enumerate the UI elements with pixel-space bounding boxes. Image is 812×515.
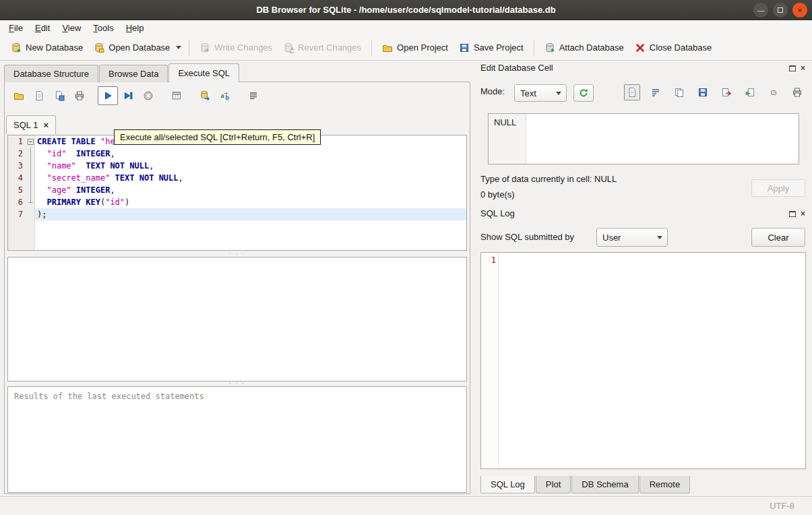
new-database-button[interactable]: New Database (5, 39, 88, 57)
import-cell-button[interactable] (742, 84, 758, 100)
cell-value-editor[interactable]: NULL (488, 113, 799, 164)
code-text: ); (35, 208, 466, 220)
close-database-button[interactable]: Close Database (629, 39, 718, 57)
open-database-dropdown[interactable] (175, 42, 184, 53)
null-cell-button[interactable] (766, 84, 782, 100)
splitter-handle[interactable]: · · · (7, 381, 467, 386)
text-view-button[interactable] (624, 84, 640, 100)
close-dock-icon[interactable]: × (801, 64, 805, 72)
export-cell-button[interactable] (718, 84, 735, 100)
main-toolbar: New Database Open Database Write Changes (0, 35, 812, 61)
sql-editor-tab[interactable]: SQL 1 × (6, 115, 56, 134)
results-message-panel[interactable]: Results of the last executed statements (7, 386, 467, 493)
execute-line-button[interactable] (118, 86, 138, 105)
log-filter-select[interactable]: User (596, 228, 668, 247)
code-line[interactable]: 4 "secret_name" TEXT NOT NULL, (8, 172, 466, 184)
save-sql-as-button[interactable] (49, 86, 69, 105)
attach-database-button[interactable]: Attach Database (539, 39, 629, 57)
dock-tab-sql-log[interactable]: SQL Log (480, 476, 535, 493)
mode-value: Text (520, 88, 536, 98)
mode-select[interactable]: Text (514, 84, 567, 102)
refresh-cell-button[interactable] (573, 84, 594, 102)
sql-log-title: SQL Log (480, 208, 515, 218)
execute-all-icon (102, 90, 113, 101)
copy-cell-button[interactable] (671, 84, 687, 100)
dock-tab-remote[interactable]: Remote (639, 476, 691, 493)
write-changes-button[interactable]: Write Changes (194, 39, 278, 57)
main-area: Database Structure Browse Data Execute S… (0, 61, 475, 496)
window-controls: — × (753, 3, 807, 18)
word-wrap-button[interactable] (648, 84, 664, 100)
write-changes-icon (199, 42, 210, 53)
sql-log-header: SQL Log × (475, 206, 809, 222)
stop-button[interactable] (138, 86, 158, 105)
status-bar: UTF-8 (0, 496, 812, 515)
titlebar[interactable]: DB Browser for SQLite - /home/user/code/… (0, 0, 812, 20)
open-sql-file-button[interactable] (9, 86, 29, 105)
format-sql-button[interactable] (243, 86, 263, 105)
export-results-button[interactable] (195, 86, 215, 105)
results-grid[interactable] (7, 257, 467, 382)
print-sql-button[interactable] (69, 86, 90, 105)
sql-log-view[interactable]: 1 (480, 252, 806, 469)
fold-column (26, 148, 35, 160)
open-database-button[interactable]: Open Database (88, 39, 175, 57)
code-line[interactable]: 6 PRIMARY KEY("id") (8, 196, 466, 208)
code-line[interactable]: 2 "id" INTEGER, (8, 148, 466, 160)
apply-button[interactable]: Apply (751, 179, 805, 197)
float-dock-icon[interactable] (789, 211, 796, 217)
line-number: 3 (8, 160, 26, 172)
copy-cell-icon (674, 87, 685, 98)
tab-browse-data[interactable]: Browse Data (99, 65, 168, 82)
sql-tab-label: SQL 1 (13, 120, 38, 130)
fold-column (26, 160, 35, 172)
dock-tab-plot[interactable]: Plot (536, 476, 571, 493)
save-project-button[interactable]: Save Project (454, 39, 529, 57)
tab-database-structure[interactable]: Database Structure (4, 65, 98, 82)
sql-log-controls: Show SQL submitted by User Clear (475, 226, 812, 248)
code-line[interactable]: 5 "age" INTEGER, (8, 184, 466, 196)
save-results-button[interactable] (166, 86, 187, 105)
menu-file[interactable]: File (3, 22, 29, 34)
execute-all-button[interactable] (98, 86, 118, 105)
tab-execute-sql[interactable]: Execute SQL (168, 63, 239, 82)
code-line[interactable]: 7); (8, 208, 466, 220)
fold-column (26, 172, 35, 184)
float-dock-icon[interactable] (789, 65, 796, 71)
cell-type-info: Type of data currently in cell: NULL (480, 174, 617, 184)
menu-help[interactable]: Help (120, 22, 150, 34)
dock-tab-db-schema[interactable]: DB Schema (571, 476, 638, 493)
code-text: "secret_name" TEXT NOT NULL, (35, 172, 466, 184)
save-cell-button[interactable] (695, 84, 711, 100)
export-results-icon (199, 90, 210, 101)
autocomplete-button[interactable]: a b (215, 86, 235, 105)
mode-label: Mode: (480, 86, 505, 96)
autocomplete-icon: a b (220, 90, 230, 101)
close-dock-icon[interactable]: × (801, 210, 805, 218)
minimize-icon[interactable]: — (753, 3, 768, 18)
splitter-handle[interactable]: · · · (7, 251, 467, 256)
sql-editor[interactable]: 1CREATE TABLE "hero" (2 "id" INTEGER,3 "… (7, 135, 467, 251)
clear-log-button[interactable]: Clear (751, 228, 805, 247)
line-number: 7 (8, 208, 26, 220)
fold-marker-icon[interactable] (26, 135, 35, 148)
cell-size-info: 0 byte(s) (480, 189, 515, 200)
print-cell-button[interactable] (789, 84, 805, 100)
save-sql-file-button[interactable] (29, 86, 49, 105)
dock-tab-bar: SQL Log Plot DB Schema Remote (480, 476, 691, 493)
menu-tools[interactable]: Tools (87, 22, 119, 34)
svg-text:b: b (226, 94, 230, 101)
menu-edit[interactable]: Edit (29, 22, 56, 34)
revert-changes-button[interactable]: Revert Changes (278, 39, 367, 57)
execute-line-icon (123, 90, 133, 101)
close-icon[interactable]: × (792, 3, 807, 18)
code-line[interactable]: 3 "name" TEXT NOT NULL, (8, 160, 466, 172)
save-results-icon (171, 90, 182, 101)
maximize-icon[interactable] (773, 3, 788, 18)
open-project-button[interactable]: Open Project (377, 39, 454, 57)
menu-view[interactable]: View (56, 22, 87, 34)
line-number: 5 (8, 184, 26, 196)
chevron-down-icon (556, 92, 561, 95)
fold-column (26, 196, 35, 208)
close-tab-icon[interactable]: × (43, 120, 49, 130)
